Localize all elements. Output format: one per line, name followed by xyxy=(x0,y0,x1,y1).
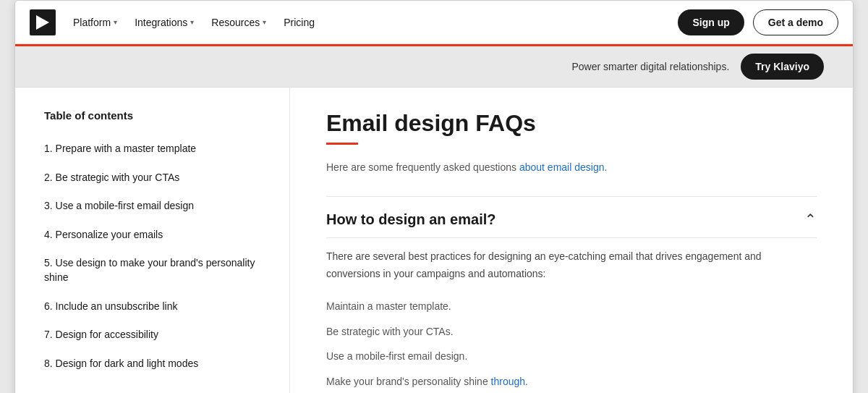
faq-list-item-3: Use a mobile-first email design. xyxy=(326,344,817,368)
faq-answer-text: There are several best practices for des… xyxy=(326,248,817,283)
faq-list-item-1: Maintain a master template. xyxy=(326,294,817,318)
logo[interactable] xyxy=(30,9,56,35)
article: Email design FAQs Here are some frequent… xyxy=(290,88,853,393)
promo-banner: Power smarter digital relationships. Try… xyxy=(15,44,853,88)
toc-list: 1. Prepare with a master template 2. Be … xyxy=(44,135,260,378)
article-title: Email design FAQs xyxy=(326,109,817,137)
sidebar: Table of contents 1. Prepare with a mast… xyxy=(15,88,290,393)
chevron-up-icon: ⌃ xyxy=(804,211,817,228)
toc-item-7[interactable]: 7. Design for accessibility xyxy=(44,321,260,350)
demo-button[interactable]: Get a demo xyxy=(753,9,838,35)
browser-window: Platform ▾ Integrations ▾ Resources ▾ Pr… xyxy=(14,0,854,393)
nav-pricing[interactable]: Pricing xyxy=(284,17,315,28)
toc-item-8[interactable]: 8. Design for dark and light modes xyxy=(44,350,260,379)
main-content: Table of contents 1. Prepare with a mast… xyxy=(15,88,853,393)
nav-platform[interactable]: Platform ▾ xyxy=(73,17,117,28)
faq-answer: There are several best practices for des… xyxy=(326,238,817,393)
navbar-right: Sign up Get a demo xyxy=(678,9,838,35)
faq-question-row[interactable]: How to design an email? ⌃ xyxy=(326,197,817,238)
integrations-chevron-icon: ▾ xyxy=(190,18,194,26)
faq-question: How to design an email? xyxy=(326,210,495,229)
toc-heading: Table of contents xyxy=(44,109,260,122)
resources-chevron-icon: ▾ xyxy=(263,18,266,26)
navbar: Platform ▾ Integrations ▾ Resources ▾ Pr… xyxy=(15,1,853,44)
toc-item-3[interactable]: 3. Use a mobile-first email design xyxy=(44,192,260,221)
banner-text: Power smarter digital relationships. xyxy=(571,61,729,72)
nav-integrations[interactable]: Integrations ▾ xyxy=(135,17,194,28)
toc-item-4[interactable]: 4. Personalize your emails xyxy=(44,221,260,250)
faq-list-item-2: Be strategic with your CTAs. xyxy=(326,319,817,344)
faq-list-item-4: Make your brand's personality shine thro… xyxy=(326,369,817,393)
toc-item-2[interactable]: 2. Be strategic with your CTAs xyxy=(44,164,260,193)
toc-item-6[interactable]: 6. Include an unsubscribe link xyxy=(44,292,260,321)
toc-item-5[interactable]: 5. Use design to make your brand's perso… xyxy=(44,249,260,292)
nav-resources[interactable]: Resources ▾ xyxy=(211,17,266,28)
navbar-left: Platform ▾ Integrations ▾ Resources ▾ Pr… xyxy=(30,9,315,35)
toc-item-1[interactable]: 1. Prepare with a master template xyxy=(44,135,260,164)
intro-link[interactable]: about email design. xyxy=(519,161,607,173)
try-klaviyo-button[interactable]: Try Klaviyo xyxy=(741,54,824,80)
shine-link[interactable]: through xyxy=(491,376,525,387)
article-intro: Here are some frequently asked questions… xyxy=(326,159,817,175)
faq-section: How to design an email? ⌃ There are seve… xyxy=(326,196,817,393)
logo-icon xyxy=(36,15,49,30)
title-underline xyxy=(326,143,358,145)
signup-button[interactable]: Sign up xyxy=(678,9,744,35)
platform-chevron-icon: ▾ xyxy=(114,18,117,26)
